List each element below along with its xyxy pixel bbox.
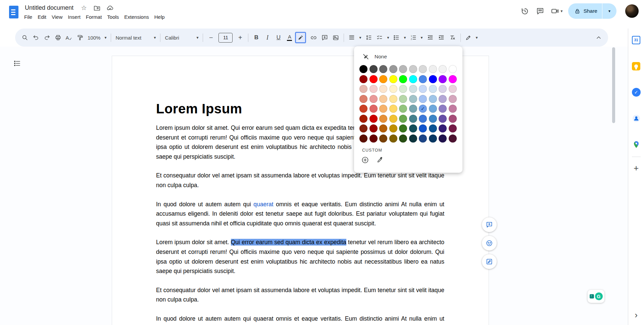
color-swatch-073763[interactable]	[429, 134, 437, 143]
calendar-icon[interactable]: 31	[632, 35, 641, 45]
maps-icon[interactable]	[632, 140, 641, 149]
redo-icon[interactable]	[41, 32, 52, 43]
color-swatch-b6d7a8[interactable]	[399, 95, 407, 103]
increase-indent-icon[interactable]	[436, 32, 447, 43]
color-swatch-e69138[interactable]	[379, 115, 387, 123]
vertical-scrollbar[interactable]	[612, 47, 615, 123]
color-swatch-351c75[interactable]	[439, 124, 447, 132]
color-swatch-000000[interactable]	[359, 65, 367, 73]
undo-icon[interactable]	[30, 32, 41, 43]
color-swatch-1155cc[interactable]	[419, 124, 427, 132]
move-folder-icon[interactable]	[93, 4, 101, 12]
search-menus-icon[interactable]	[19, 32, 30, 43]
menu-tools[interactable]: Tools	[104, 13, 121, 20]
highlight-color-button[interactable]	[295, 32, 306, 43]
color-swatch-f4cccc[interactable]	[369, 85, 378, 93]
color-swatch-f3f3f3[interactable]	[439, 65, 447, 73]
color-swatch-bf9000[interactable]	[389, 124, 397, 132]
color-swatch-e6b8af[interactable]	[359, 85, 367, 93]
cloud-saved-icon[interactable]	[106, 4, 114, 12]
paragraph-5[interactable]: Et consequatur dolor vel amet ipsam sit …	[156, 285, 444, 305]
color-swatch-a64d79[interactable]	[449, 115, 457, 123]
color-swatch-85200c[interactable]	[359, 124, 367, 132]
insert-image-icon[interactable]	[330, 32, 341, 43]
editing-mode-select[interactable]: ▾	[463, 32, 480, 43]
color-swatch-45818e[interactable]	[409, 115, 417, 123]
hide-menus-icon[interactable]	[593, 32, 604, 43]
color-swatch-b45f06[interactable]	[379, 124, 387, 132]
color-swatch-274e13[interactable]	[399, 134, 407, 143]
color-swatch-674ea7[interactable]	[439, 115, 447, 123]
show-side-panel-icon[interactable]: ›	[635, 310, 638, 320]
increase-font-size-button[interactable]: +	[235, 32, 246, 43]
menu-file[interactable]: File	[21, 13, 35, 20]
color-swatch-6d9eeb[interactable]: ✓	[419, 105, 427, 113]
print-icon[interactable]	[52, 32, 63, 43]
color-swatch-cc4125[interactable]	[359, 105, 367, 113]
color-swatch-ff0000[interactable]	[369, 75, 378, 83]
color-swatch-999999[interactable]	[389, 65, 397, 73]
color-swatch-d9d9d9[interactable]	[419, 65, 427, 73]
color-swatch-6fa8dc[interactable]	[429, 105, 437, 113]
line-spacing-icon[interactable]	[363, 32, 374, 43]
color-swatch-434343[interactable]	[369, 65, 378, 73]
color-swatch-1c4587[interactable]	[419, 134, 427, 143]
star-icon[interactable]: ☆	[80, 4, 88, 12]
color-swatch-783f04[interactable]	[379, 134, 387, 143]
decrease-indent-icon[interactable]	[425, 32, 436, 43]
account-avatar[interactable]	[625, 4, 639, 18]
color-swatch-134f5c[interactable]	[409, 124, 417, 132]
color-swatch-76a5af[interactable]	[409, 105, 417, 113]
bulleted-list-select[interactable]: ▾	[391, 32, 408, 43]
color-swatch-cc0000[interactable]	[369, 115, 378, 123]
color-swatch-fce5cd[interactable]	[379, 85, 387, 93]
menu-view[interactable]: View	[49, 13, 65, 20]
color-swatch-d5a6bd[interactable]	[449, 95, 457, 103]
color-swatch-a2c4c9[interactable]	[409, 95, 417, 103]
chevron-down-icon[interactable]: ▾	[561, 9, 563, 13]
clear-formatting-icon[interactable]	[447, 32, 458, 43]
color-swatch-cccccc[interactable]	[409, 65, 417, 73]
color-swatch-ff00ff[interactable]	[449, 75, 457, 83]
color-swatch-ff9900[interactable]	[379, 75, 387, 83]
color-swatch-c9daf8[interactable]	[419, 85, 427, 93]
color-swatch-0000ff[interactable]	[429, 75, 437, 83]
menu-help[interactable]: Help	[152, 13, 167, 20]
spellcheck-icon[interactable]: A✓	[63, 32, 75, 43]
color-swatch-38761d[interactable]	[399, 124, 407, 132]
document-title[interactable]: Untitled document	[23, 4, 75, 12]
menu-insert[interactable]: Insert	[65, 13, 83, 20]
menu-format[interactable]: Format	[83, 13, 105, 20]
comments-icon[interactable]	[533, 3, 548, 19]
color-swatch-4c1130[interactable]	[449, 134, 457, 143]
color-swatch-fff2cc[interactable]	[389, 85, 397, 93]
color-swatch-980000[interactable]	[359, 75, 367, 83]
align-select[interactable]: ▾	[346, 32, 363, 43]
color-swatch-20124d[interactable]	[439, 134, 447, 143]
italic-button[interactable]: I	[262, 32, 273, 43]
color-swatch-0b5394[interactable]	[429, 124, 437, 132]
color-swatch-ffffff[interactable]	[449, 65, 457, 73]
color-swatch-ead1dc[interactable]	[449, 85, 457, 93]
color-swatch-ffd966[interactable]	[389, 105, 397, 113]
docs-logo-icon[interactable]	[9, 6, 18, 18]
get-addons-icon[interactable]: +	[634, 163, 639, 173]
color-swatch-5b0f00[interactable]	[359, 134, 367, 143]
color-swatch-d9d2e9[interactable]	[439, 85, 447, 93]
color-swatch-8e7cc3[interactable]	[439, 105, 447, 113]
decrease-font-size-button[interactable]: −	[205, 32, 216, 43]
color-swatch-3c78d8[interactable]	[419, 115, 427, 123]
share-dropdown[interactable]: ▾	[602, 3, 616, 19]
highlight-none-option[interactable]: None	[354, 46, 462, 63]
color-swatch-f6b26b[interactable]	[379, 105, 387, 113]
color-swatch-efefef[interactable]	[429, 65, 437, 73]
color-swatch-c27ba0[interactable]	[449, 105, 457, 113]
paint-format-icon[interactable]	[75, 32, 86, 43]
color-swatch-d0e0e3[interactable]	[409, 85, 417, 93]
color-swatch-990000[interactable]	[369, 124, 378, 132]
color-swatch-f1c232[interactable]	[389, 115, 397, 123]
color-swatch-660000[interactable]	[369, 134, 378, 143]
color-swatch-9900ff[interactable]	[439, 75, 447, 83]
color-swatch-ffe599[interactable]	[389, 95, 397, 103]
menu-edit[interactable]: Edit	[35, 13, 49, 20]
